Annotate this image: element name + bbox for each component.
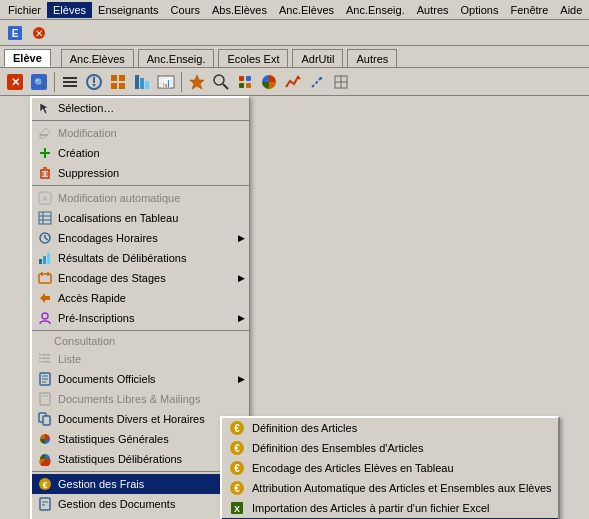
menu-aide[interactable]: Aide (554, 2, 588, 18)
toolbar2-btn-10[interactable] (234, 72, 256, 92)
svg-rect-16 (111, 83, 117, 89)
menu-eleves[interactable]: Elèves (47, 2, 92, 18)
menu-autres[interactable]: Autres (411, 2, 455, 18)
auto-attr-icon: € (228, 479, 246, 497)
ensemble-def-icon: € (228, 439, 246, 457)
submenu-item-def-ensembles[interactable]: € Définition des Ensembles d'Articles (222, 438, 558, 458)
submenu-item-auto-attr[interactable]: € Attribution Automatique des Articles e… (222, 478, 558, 498)
svg-line-25 (223, 84, 228, 89)
svg-rect-56 (39, 274, 51, 283)
menu-item-resultats[interactable]: Résultats de Délibérations (32, 248, 249, 268)
toolbar2-btn-3[interactable] (59, 72, 81, 92)
docs-free-icon (36, 390, 54, 408)
svg-point-24 (214, 75, 224, 85)
toolbar2-btn-1[interactable]: ✕ (4, 72, 26, 92)
toolbar2-btn-13[interactable] (306, 72, 328, 92)
svg-rect-26 (239, 76, 244, 81)
tabs-right: Anc.Elèves Anc.Enseig. Ecoles Ext AdrUti… (61, 49, 400, 67)
separator-1 (54, 72, 55, 92)
eleves-dropdown-menu: Sélection… Modification Création Suppres… (30, 96, 250, 519)
svg-rect-63 (42, 361, 50, 363)
menu-anc-enseig[interactable]: Anc.Enseig. (340, 2, 411, 18)
menu-enseignants[interactable]: Enseignants (92, 2, 165, 18)
add-icon (36, 144, 54, 162)
svg-text:€: € (234, 443, 240, 454)
toolbar2-btn-9[interactable] (210, 72, 232, 92)
gestion-frais-submenu: € Définition des Articles € Définition d… (220, 416, 560, 519)
tab-adrutil[interactable]: AdrUtil (292, 49, 343, 67)
menu-anc-eleves[interactable]: Anc.Elèves (273, 2, 340, 18)
submenu-item-def-articles[interactable]: € Définition des Articles (222, 418, 558, 438)
cursor-icon (36, 99, 54, 117)
toolbar2-btn-7[interactable]: 📊 (155, 72, 177, 92)
toolbar2: ✕ 🔍 📊 (0, 68, 589, 96)
menu-fichier[interactable]: Fichier (2, 2, 47, 18)
tab-anc-eleves[interactable]: Anc.Elèves (61, 49, 134, 67)
stats-delib-icon (36, 450, 54, 468)
menu-abs-eleves[interactable]: Abs.Elèves (206, 2, 273, 18)
svg-marker-13 (92, 84, 96, 87)
menu-item-acces-rapide[interactable]: Accès Rapide (32, 288, 249, 308)
toolbar2-btn-5[interactable] (107, 72, 129, 92)
submenu-item-encode-art[interactable]: € Encodage des Articles Elèves en Tablea… (222, 458, 558, 478)
svg-rect-18 (135, 75, 139, 89)
tab-anc-enseig[interactable]: Anc.Enseig. (138, 49, 215, 67)
menu-item-stats-delib[interactable]: Statistiques Délibérations (32, 449, 249, 469)
results-icon (36, 249, 54, 267)
menu-item-gestion-frais[interactable]: € Gestion des Frais ▶ (32, 474, 249, 494)
article-def-icon: € (228, 419, 246, 437)
menu-item-pre-inscriptions[interactable]: Pré-Inscriptions ▶ (32, 308, 249, 328)
toolbar2-btn-14[interactable] (330, 72, 352, 92)
menu-item-docs-officiels[interactable]: Documents Officiels ▶ (32, 369, 249, 389)
menu-item-encodages-horaires[interactable]: Encodages Horaires ▶ (32, 228, 249, 248)
frais-icon: € (36, 475, 54, 493)
label-consultation: Consultation (32, 333, 249, 349)
toolbar-btn-2[interactable]: ✕ (28, 23, 50, 43)
menu-item-docs-divers[interactable]: Documents Divers et Horaires (32, 409, 249, 429)
table-icon (36, 209, 54, 227)
toolbar2-btn-4[interactable] (83, 72, 105, 92)
svg-marker-23 (190, 75, 204, 89)
menu-item-stages[interactable]: Encodage des Stages ▶ (32, 268, 249, 288)
svg-marker-59 (40, 293, 50, 303)
menu-options[interactable]: Options (455, 2, 505, 18)
toolbar2-btn-8[interactable] (186, 72, 208, 92)
tab-autres[interactable]: Autres (347, 49, 397, 67)
menu-item-modif-auto: A Modification automatique (32, 188, 249, 208)
svg-rect-55 (47, 253, 50, 264)
docs-official-icon (36, 370, 54, 388)
svg-rect-53 (39, 259, 42, 264)
list-icon (36, 350, 54, 368)
arrow-encodages-horaires: ▶ (238, 233, 245, 243)
menu-item-creation[interactable]: Création (32, 143, 249, 163)
svg-rect-9 (63, 81, 77, 83)
menu-item-docs-libres: Documents Libres & Mailings (32, 389, 249, 409)
svg-rect-54 (43, 256, 46, 264)
toolbar2-btn-12[interactable] (282, 72, 304, 92)
menu-cours[interactable]: Cours (165, 2, 206, 18)
docs-gest-icon (36, 495, 54, 513)
toolbar-btn-1[interactable]: E (4, 23, 26, 43)
separator-3 (32, 330, 249, 331)
svg-text:E: E (12, 28, 19, 39)
transfer-icon (36, 515, 54, 519)
toolbar2-btn-11[interactable] (258, 72, 280, 92)
menu-item-gestion-docs[interactable]: Gestion des Documents ▶ (32, 494, 249, 514)
svg-text:€: € (234, 423, 240, 434)
menu-item-liste: Liste (32, 349, 249, 369)
menu-fenetre[interactable]: Fenêtre (504, 2, 554, 18)
toolbar2-btn-2[interactable]: 🔍 (28, 72, 50, 92)
svg-rect-40 (41, 170, 49, 178)
tab-eleve[interactable]: Elève (4, 49, 51, 67)
svg-text:€: € (42, 480, 47, 490)
toolbar2-btn-6[interactable] (131, 72, 153, 92)
submenu-item-import-excel[interactable]: X Importation des Articles à partir d'un… (222, 498, 558, 518)
menu-item-transferts[interactable]: Transferts ▶ (32, 514, 249, 519)
menu-item-localisations[interactable]: Localisations en Tableau (32, 208, 249, 228)
tab-ecoles-ext[interactable]: Ecoles Ext (218, 49, 288, 67)
separator-2 (181, 72, 182, 92)
svg-text:🔍: 🔍 (34, 77, 46, 89)
menu-item-suppression[interactable]: Suppression (32, 163, 249, 183)
menu-item-stats-gen[interactable]: Statistiques Générales (32, 429, 249, 449)
menu-item-selection[interactable]: Sélection… (32, 98, 249, 118)
